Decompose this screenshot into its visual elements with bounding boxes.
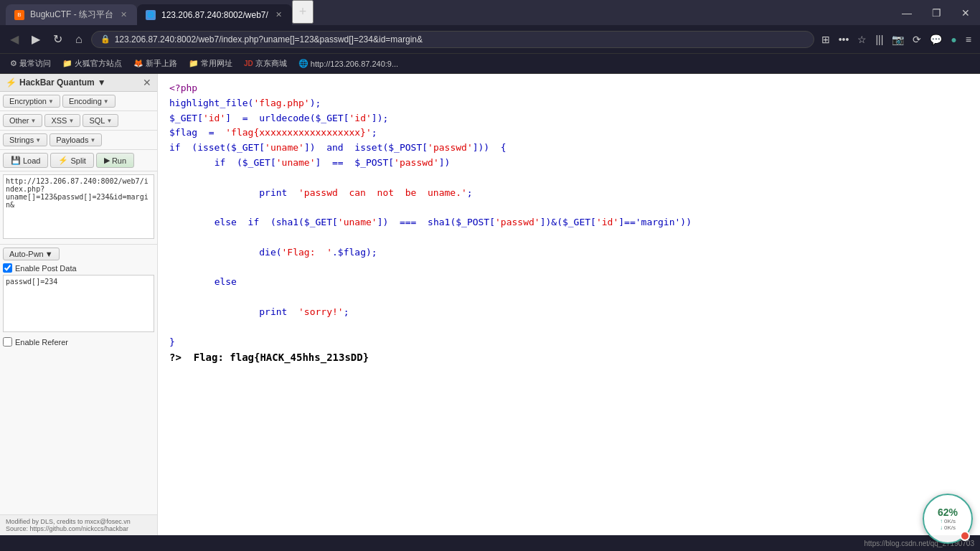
main-content: ⚡ HackBar Quantum ▼ ✕ Encryption ▼ Encod… <box>0 74 980 535</box>
code-if-stmt: if (isset($_GET['uname']) and isset($_PO… <box>169 142 507 153</box>
address-text: 123.206.87.240:8002/web7/index.php?uname… <box>115 34 805 44</box>
hackbar-sidebar: ⚡ HackBar Quantum ▼ ✕ Encryption ▼ Encod… <box>0 74 158 535</box>
bookmark-most-visited[interactable]: ⚙ 最常访问 <box>6 57 55 70</box>
back-button[interactable]: ◀ <box>6 29 23 49</box>
code-block: <?php highlight_file('flag.php'); $_GET[… <box>169 81 969 366</box>
bookmark-globe-icon: 🌐 <box>298 59 308 68</box>
encoding-button[interactable]: Encoding ▼ <box>62 95 116 108</box>
sync-button[interactable]: ⟳ <box>910 31 924 48</box>
bookmark-common-sites[interactable]: 📁 常用网址 <box>184 57 237 70</box>
code-close-brace: } <box>169 336 175 347</box>
download-arrow-icon: ↓ <box>940 524 943 531</box>
close-button[interactable]: ✕ <box>951 3 980 23</box>
hackbar-buttons-row3: Strings ▼ Payloads ▼ <box>0 131 157 150</box>
reader-mode-button[interactable]: ⊞ <box>819 31 833 48</box>
hackbar-icon: ⚡ <box>6 77 17 88</box>
tab-bugku-title: BugkuCTF - 练习平台 <box>30 9 113 21</box>
run-icon: ▶ <box>104 156 110 165</box>
tab-bugku-favicon: B <box>14 10 24 20</box>
sidebar-button[interactable]: ||| <box>872 31 886 48</box>
encryption-button[interactable]: Encryption ▼ <box>3 95 60 108</box>
post-data-input[interactable]: passwd[]=234 <box>3 275 154 332</box>
php-flag-result: ?> Flag: flag{HACK_45hhs_213sDD} <box>169 352 369 363</box>
upload-arrow-icon: ↑ <box>940 518 943 524</box>
hackbar-url-input[interactable]: http://123.206.87.240:8002/web7/index.ph… <box>3 174 154 239</box>
nav-right-buttons: ⊞ ••• ☆ ||| 📷 ⟳ 💬 ● ≡ <box>819 31 974 48</box>
bookmark-gear-icon: ⚙ <box>10 59 17 68</box>
tab-bugku[interactable]: B BugkuCTF - 练习平台 ✕ <box>6 4 137 25</box>
split-button[interactable]: ⚡ Split <box>50 153 93 168</box>
tab-bar: B BugkuCTF - 练习平台 ✕ 🌐 123.206.87.240:800… <box>0 0 980 25</box>
code-print-passwd: print 'passwd can not be uname.'; <box>169 187 473 198</box>
split-icon: ⚡ <box>58 156 68 165</box>
load-icon: 💾 <box>11 156 21 165</box>
browser-window: B BugkuCTF - 练习平台 ✕ 🌐 123.206.87.240:800… <box>0 0 980 551</box>
payloads-button[interactable]: Payloads ▼ <box>50 133 102 146</box>
other-arrow-icon: ▼ <box>31 118 37 124</box>
strings-button[interactable]: Strings ▼ <box>3 133 47 146</box>
network-indicator: 62% ↑ 0K/s ↓ 0K/s <box>923 494 973 544</box>
tab-active-close[interactable]: ✕ <box>274 9 283 21</box>
tab-active[interactable]: 🌐 123.206.87.240:8002/web7/ ✕ <box>137 4 292 25</box>
enable-post-label[interactable]: Enable Post Data <box>3 263 154 273</box>
new-tab-button[interactable]: + <box>292 0 314 24</box>
hackbar-dropdown-icon[interactable]: ▼ <box>98 77 106 88</box>
php-code-area: <?php highlight_file('flag.php'); $_GET[… <box>158 74 980 535</box>
maximize-button[interactable]: ❐ <box>922 3 951 23</box>
address-bar[interactable]: 🔒 123.206.87.240:8002/web7/index.php?una… <box>91 31 814 48</box>
code-if-uname: if ($_GET['uname'] == $_POST['passwd']) <box>169 157 450 168</box>
load-button[interactable]: 💾 Load <box>3 153 48 168</box>
code-print-sorry: print 'sorry!'; <box>169 306 349 317</box>
hackbar-autopwn-section: Auto-Pwn ▼ Enable Post Data passwd[]=234… <box>0 244 157 349</box>
sql-button[interactable]: SQL ▼ <box>83 114 118 127</box>
more-button[interactable]: ••• <box>836 31 852 48</box>
minimize-button[interactable]: — <box>892 3 922 23</box>
autopwn-button[interactable]: Auto-Pwn ▼ <box>3 248 60 260</box>
xss-button[interactable]: XSS ▼ <box>44 114 80 127</box>
enable-referer-label[interactable]: Enable Referer <box>3 337 154 347</box>
run-button[interactable]: ▶ Run <box>96 153 134 168</box>
bookmark-star-button[interactable]: ☆ <box>854 31 870 48</box>
window-controls: — ❐ ✕ <box>892 0 980 25</box>
other-button[interactable]: Other ▼ <box>3 114 42 127</box>
menu-button[interactable]: ≡ <box>963 31 974 48</box>
sql-arrow-icon: ▼ <box>106 118 112 124</box>
lock-icon: 🔒 <box>100 34 110 44</box>
download-speed: 0K/s <box>944 524 956 531</box>
hackbar-buttons-row2: Other ▼ XSS ▼ SQL ▼ <box>0 111 157 131</box>
upload-stat: ↑ 0K/s <box>940 518 956 524</box>
status-bar: https://blog.csdn.net/qq_27190703 <box>0 535 980 551</box>
hackbar-actions: 💾 Load ⚡ Split ▶ Run <box>0 150 157 171</box>
hackbar-buttons-row1: Encryption ▼ Encoding ▼ <box>0 92 157 111</box>
bookmark-new-user[interactable]: 🦊 新手上路 <box>129 57 182 70</box>
network-percent: 62% <box>938 507 958 518</box>
enable-post-checkbox[interactable] <box>3 263 12 273</box>
bookmark-firefox-icon: 🦊 <box>133 59 143 68</box>
hackbar-title: ⚡ HackBar Quantum ▼ <box>6 77 106 88</box>
encryption-arrow-icon: ▼ <box>48 98 54 105</box>
bookmark-firefox[interactable]: 📁 火狐官方站点 <box>58 57 126 70</box>
payloads-arrow-icon: ▼ <box>90 137 95 143</box>
autopwn-header: Auto-Pwn ▼ <box>3 248 154 260</box>
code-get-id: $_GET['id'] = urldecode($_GET['id']); <box>169 113 388 123</box>
bookmark-jd-icon: JD <box>244 60 253 67</box>
bookmark-jd[interactable]: JD 京东商城 <box>240 57 291 70</box>
bookmark-ip[interactable]: 🌐 http://123.206.87.240:9... <box>294 57 402 70</box>
download-stat: ↓ 0K/s <box>940 524 956 531</box>
hackbar-credits: Modified by DLS, credits to mxcx@fosec.v… <box>6 518 151 525</box>
hackbar-close-button[interactable]: ✕ <box>143 77 151 88</box>
screenshot-button[interactable]: 📷 <box>889 31 907 48</box>
hackbar-url-area: http://123.206.87.240:8002/web7/index.ph… <box>0 171 157 244</box>
autopwn-arrow-icon: ▼ <box>45 250 53 258</box>
strings-arrow-icon: ▼ <box>35 137 41 143</box>
code-highlight-file: highlight_file('flag.php'); <box>169 98 321 108</box>
chat-button[interactable]: 💬 <box>927 31 945 48</box>
enable-referer-checkbox[interactable] <box>3 337 12 347</box>
account-button[interactable]: ● <box>948 31 959 48</box>
forward-button[interactable]: ▶ <box>27 29 44 49</box>
home-button[interactable]: ⌂ <box>71 30 87 49</box>
tab-bugku-close[interactable]: ✕ <box>119 9 128 21</box>
refresh-button[interactable]: ↻ <box>49 29 67 49</box>
hackbar-footer: Modified by DLS, credits to mxcx@fosec.v… <box>0 514 157 535</box>
tab-active-favicon: 🌐 <box>146 10 156 20</box>
